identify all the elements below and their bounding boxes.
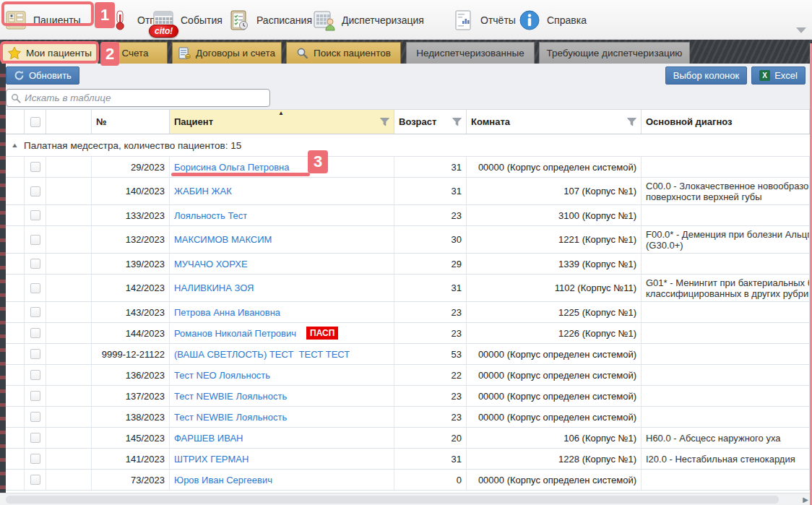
- tab-contracts-invoices[interactable]: Договоры и счета: [172, 42, 282, 64]
- row-diagnosis-cell: [642, 323, 810, 343]
- patient-link[interactable]: Романов Николай Петрович: [174, 328, 296, 339]
- tab-patient-search[interactable]: Поиск пациентов: [286, 42, 401, 64]
- row-checkbox[interactable]: [30, 259, 40, 269]
- table-row[interactable]: 136/2023 Тест NEO Лояльность 22 00000 (К…: [6, 365, 810, 386]
- contracts-icon: [178, 47, 191, 60]
- patient-link[interactable]: МАКСИМОВ МАКСИМ: [174, 234, 272, 245]
- row-checkbox[interactable]: [30, 370, 40, 380]
- table-row[interactable]: 143/2023 Петрова Анна Ивановна 23 1225 (…: [6, 302, 810, 323]
- select-all-checkbox[interactable]: [30, 117, 40, 127]
- patient-link[interactable]: НАЛИВКИНА ЗОЯ: [174, 282, 254, 293]
- row-diagnosis-cell: [642, 302, 810, 322]
- row-patient-cell: Юров Иван Сергеевич: [170, 470, 394, 490]
- row-checkbox[interactable]: [30, 391, 40, 401]
- row-diagnosis-cell: G01* - Менингит при бактериальных б клас…: [642, 275, 810, 301]
- group-row[interactable]: ▲ Палатная медсестра, количество пациент…: [6, 134, 810, 157]
- table-row[interactable]: 145/2023 ФАРШЕВ ИВАН 20 106 (Корпус №1) …: [6, 428, 810, 449]
- tab-requiring-dispatch[interactable]: Требующие диспетчеризацию: [539, 42, 690, 64]
- row-checkbox[interactable]: [30, 162, 40, 172]
- row-checkbox[interactable]: [30, 412, 40, 422]
- row-age: 23: [452, 391, 462, 402]
- patient-link[interactable]: Тест NEWBIE Лояльность: [174, 391, 287, 402]
- toolbar-button-events[interactable]: cito!События: [152, 5, 223, 35]
- filter-icon[interactable]: [452, 118, 462, 126]
- row-checkbox[interactable]: [30, 475, 40, 485]
- row-age-cell: 23: [394, 302, 467, 322]
- row-diagnosis-cell: F00.0* - Деменция при болезни Альцг (G30…: [642, 226, 810, 253]
- row-indent: [6, 205, 25, 225]
- patient-link[interactable]: Борисина Ольга Петровна: [174, 162, 290, 173]
- column-header-diagnosis[interactable]: Основной диагноз: [642, 110, 810, 134]
- horizontal-scrollbar[interactable]: ▶: [0, 493, 812, 505]
- header-icon-column[interactable]: [46, 110, 92, 134]
- column-header-age[interactable]: Возраст: [394, 110, 467, 134]
- patient-link[interactable]: Лояльность Тест: [174, 210, 247, 221]
- table-row[interactable]: 140/2023 ЖАБИН ЖАК 31 107 (Корпус №1) C0…: [6, 178, 810, 205]
- table-row[interactable]: 141/2023 ШТРИХ ГЕРМАН 31 1228 (Корпус №1…: [6, 449, 810, 470]
- patient-link[interactable]: МУЧАЧО ХОРХЕ: [174, 259, 248, 269]
- row-diagnosis-cell: [642, 407, 810, 427]
- row-checkbox[interactable]: [30, 283, 40, 293]
- tab-my-patients[interactable]: Мои пациенты: [1, 42, 98, 64]
- tab-undispatched[interactable]: Недиспетчеризованные: [406, 42, 535, 64]
- toolbar-button-help[interactable]: Справка: [518, 5, 587, 35]
- column-header-room[interactable]: Комната: [467, 110, 642, 134]
- row-checkbox[interactable]: [30, 433, 40, 443]
- row-room: 1226 (Корпус №1): [558, 328, 636, 339]
- row-number-cell: 145/2023: [92, 428, 170, 448]
- choose-columns-button[interactable]: Выбор колонок: [665, 66, 747, 85]
- tab-invoices[interactable]: Счета: [103, 42, 168, 64]
- left-panel-edge: [0, 64, 6, 505]
- table-row[interactable]: 138/2023 Тест NEWBIE Лояльность 23 00000…: [6, 407, 810, 428]
- table-row[interactable]: 29/2023 Борисина Ольга Петровна 31 00000…: [6, 157, 810, 178]
- row-diagnosis-cell: [642, 386, 810, 406]
- table-action-bar: Обновить Выбор колонок X Excel: [6, 64, 810, 110]
- row-checkbox[interactable]: [30, 307, 40, 317]
- row-checkbox[interactable]: [30, 454, 40, 464]
- table-row[interactable]: 137/2023 Тест NEWBIE Лояльность 23 00000…: [6, 386, 810, 407]
- row-checkbox[interactable]: [30, 235, 40, 245]
- patient-link[interactable]: ШТРИХ ГЕРМАН: [174, 454, 249, 465]
- patient-link[interactable]: Тест NEWBIE Лояльность: [174, 412, 287, 423]
- patient-link[interactable]: Тест NEO Лояльность: [174, 370, 270, 381]
- row-diagnosis: H60.0 - Абсцесс наружного уха: [646, 433, 780, 444]
- row-checkbox[interactable]: [30, 328, 40, 338]
- patient-link[interactable]: (ВАША СВЕТЛОСТЬ) ТЕСТ ТЕСТ ТЕСТ: [174, 349, 350, 360]
- toolbar-button-dispatch[interactable]: Диспетчеризация: [313, 5, 424, 35]
- row-icon-cell: [46, 365, 92, 385]
- table-search-input[interactable]: [25, 92, 265, 103]
- group-collapse-icon[interactable]: ▲: [11, 142, 19, 149]
- filter-icon[interactable]: [380, 118, 389, 126]
- row-icon-cell: [46, 178, 92, 204]
- column-header-number[interactable]: №: [92, 110, 170, 134]
- patient-link[interactable]: Петрова Анна Ивановна: [174, 307, 280, 318]
- row-checkbox-cell: [25, 205, 46, 225]
- row-room-cell: 1228 (Корпус №1): [467, 449, 642, 469]
- row-indent: [6, 365, 25, 385]
- scroll-right-icon[interactable]: ▶: [803, 496, 808, 504]
- table-row[interactable]: 133/2023 Лояльность Тест 23 3100 (Корпус…: [6, 205, 810, 226]
- toolbar-button-reports[interactable]: Отчёты: [452, 5, 516, 35]
- table-row[interactable]: 144/2023 Романов Николай Петрович ПАСП 2…: [6, 323, 810, 344]
- row-patient-cell: МАКСИМОВ МАКСИМ: [170, 226, 394, 253]
- row-icon-cell: [46, 449, 92, 469]
- row-checkbox[interactable]: [30, 349, 40, 359]
- filter-icon[interactable]: [627, 118, 636, 126]
- table-row[interactable]: 139/2023 МУЧАЧО ХОРХЕ 29 1339 (Корпус №1…: [6, 254, 810, 275]
- table-row[interactable]: 9999-12-21122 (ВАША СВЕТЛОСТЬ) ТЕСТ ТЕСТ…: [6, 344, 810, 365]
- scrollbar-thumb[interactable]: [6, 496, 779, 504]
- chevron-down-icon[interactable]: [796, 27, 806, 33]
- toolbar-button-schedules[interactable]: Расписания: [228, 5, 312, 35]
- column-header-patient[interactable]: ▲ Пациент: [170, 110, 394, 134]
- patient-link[interactable]: Юров Иван Сергеевич: [174, 475, 272, 485]
- table-row[interactable]: 73/2023 Юров Иван Сергеевич 0 00000 (Кор…: [6, 470, 810, 491]
- toolbar-button-patients[interactable]: Пациенты: [4, 5, 81, 35]
- patient-link[interactable]: ЖАБИН ЖАК: [174, 186, 232, 197]
- patient-link[interactable]: ФАРШЕВ ИВАН: [174, 433, 243, 444]
- table-row[interactable]: 132/2023 МАКСИМОВ МАКСИМ 30 1221 (Корпус…: [6, 226, 810, 254]
- table-row[interactable]: 142/2023 НАЛИВКИНА ЗОЯ 31 1102 (Корпус №…: [6, 275, 810, 302]
- excel-button[interactable]: X Excel: [751, 66, 805, 85]
- row-checkbox[interactable]: [30, 186, 40, 197]
- row-checkbox[interactable]: [30, 210, 40, 220]
- refresh-button[interactable]: Обновить: [6, 66, 79, 85]
